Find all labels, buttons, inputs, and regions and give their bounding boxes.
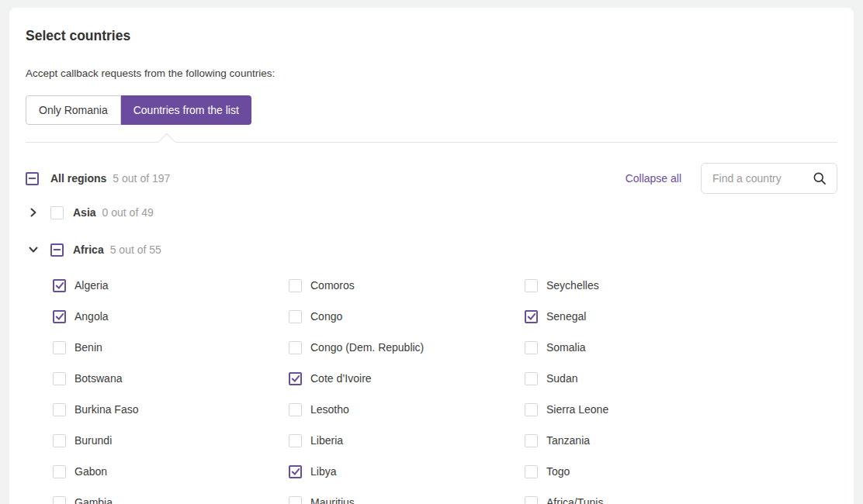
country-label: Seychelles <box>546 279 599 292</box>
country-row[interactable]: Cote d’Ivoire <box>289 363 525 394</box>
country-row[interactable]: Congo <box>289 301 525 332</box>
country-column: AlgeriaAngolaBeninBotswanaBurkina FasoBu… <box>53 270 289 504</box>
divider <box>26 142 837 143</box>
checkbox-checked[interactable] <box>525 310 538 323</box>
country-row[interactable]: Burkina Faso <box>53 394 289 425</box>
search-icon[interactable] <box>812 171 827 186</box>
country-label: Libya <box>310 465 336 478</box>
country-label: Sudan <box>546 372 577 385</box>
country-row[interactable]: Somalia <box>525 332 761 363</box>
checkbox-unchecked[interactable] <box>525 465 538 478</box>
checkbox-unchecked[interactable] <box>525 434 538 447</box>
checkbox-unchecked[interactable] <box>525 372 538 385</box>
country-label: Angola <box>75 310 109 323</box>
country-row[interactable]: Liberia <box>289 425 525 456</box>
all-regions-checkbox-indeterminate[interactable] <box>26 172 39 185</box>
country-label: Burkina Faso <box>75 403 138 416</box>
checkbox-checked[interactable] <box>53 279 66 292</box>
page-title: Select countries <box>26 8 837 44</box>
select-countries-card: Select countries Accept callback request… <box>9 8 854 504</box>
region-count: 0 out of 49 <box>102 206 154 219</box>
country-row[interactable]: Comoros <box>289 270 525 301</box>
description-text: Accept callback requests from the follow… <box>26 67 837 79</box>
country-row[interactable]: Sudan <box>525 363 761 394</box>
country-row[interactable]: Togo <box>525 456 761 487</box>
country-row[interactable]: Seychelles <box>525 270 761 301</box>
asia-checkbox-unchecked[interactable] <box>50 206 64 219</box>
country-row[interactable]: Africa/Tunis <box>525 487 761 504</box>
checkbox-checked[interactable] <box>289 465 302 478</box>
country-row[interactable]: Sierra Leone <box>525 394 761 425</box>
country-search-box[interactable] <box>701 163 837 194</box>
controls-row: All regions 5 out of 197 Collapse all <box>26 163 837 194</box>
checkbox-checked[interactable] <box>53 310 66 323</box>
all-regions-count: 5 out of 197 <box>113 172 170 185</box>
country-column: SeychellesSenegalSomaliaSudanSierra Leon… <box>525 270 761 504</box>
region-count: 5 out of 55 <box>110 243 161 256</box>
country-label: Somalia <box>546 341 586 354</box>
search-input[interactable] <box>711 171 812 185</box>
country-label: Mauritius <box>310 496 355 504</box>
chevron-right-icon[interactable] <box>26 206 44 219</box>
checkbox-unchecked[interactable] <box>289 496 302 504</box>
country-label: Lesotho <box>310 403 349 416</box>
country-label: Gambia <box>75 496 113 504</box>
country-row[interactable]: Angola <box>53 301 289 332</box>
checkbox-unchecked[interactable] <box>525 341 538 354</box>
region-name: Asia <box>73 206 96 219</box>
checkbox-checked[interactable] <box>289 372 302 385</box>
africa-checkbox-indeterminate[interactable] <box>50 243 64 257</box>
divider-notch <box>158 133 176 151</box>
country-label: Tanzania <box>546 434 590 447</box>
checkbox-unchecked[interactable] <box>53 341 66 354</box>
checkbox-unchecked[interactable] <box>289 341 302 354</box>
countries-from-list-button[interactable]: Countries from the list <box>121 95 251 125</box>
country-label: Comoros <box>310 279 355 292</box>
country-label: Botswana <box>75 372 122 385</box>
country-label: Gabon <box>75 465 107 478</box>
checkbox-unchecked[interactable] <box>289 310 302 323</box>
country-column: ComorosCongoCongo (Dem. Republic)Cote d’… <box>289 270 525 504</box>
country-label: Congo <box>310 310 342 323</box>
country-row[interactable]: Mauritius <box>289 487 525 504</box>
country-row[interactable]: Libya <box>289 456 525 487</box>
region-row-asia: Asia 0 out of 49 <box>26 194 837 231</box>
country-label: Liberia <box>310 434 343 447</box>
country-label: Togo <box>546 465 570 478</box>
chevron-down-icon[interactable] <box>26 243 44 256</box>
checkbox-unchecked[interactable] <box>525 403 538 416</box>
collapse-all-link[interactable]: Collapse all <box>626 172 681 185</box>
checkbox-unchecked[interactable] <box>289 279 302 292</box>
country-label: Cote d’Ivoire <box>310 372 372 385</box>
country-row[interactable]: Gambia <box>53 487 289 504</box>
country-row[interactable]: Tanzania <box>525 425 761 456</box>
country-mode-toggle: Only Romania Countries from the list <box>26 95 837 125</box>
country-label: Sierra Leone <box>546 403 608 416</box>
country-label: Senegal <box>546 310 586 323</box>
checkbox-unchecked[interactable] <box>289 434 302 447</box>
checkbox-unchecked[interactable] <box>53 496 66 504</box>
country-label: Africa/Tunis <box>546 496 603 504</box>
country-grid: AlgeriaAngolaBeninBotswanaBurkina FasoBu… <box>53 270 837 504</box>
country-row[interactable]: Senegal <box>525 301 761 332</box>
country-row[interactable]: Burundi <box>53 425 289 456</box>
region-name: Africa <box>73 243 104 256</box>
country-row[interactable]: Algeria <box>53 270 289 301</box>
region-row-africa: Africa 5 out of 55 <box>26 231 837 268</box>
checkbox-unchecked[interactable] <box>525 496 538 504</box>
checkbox-unchecked[interactable] <box>53 465 66 478</box>
checkbox-unchecked[interactable] <box>289 403 302 416</box>
checkbox-unchecked[interactable] <box>53 403 66 416</box>
checkbox-unchecked[interactable] <box>53 372 66 385</box>
country-row[interactable]: Gabon <box>53 456 289 487</box>
country-row[interactable]: Benin <box>53 332 289 363</box>
checkbox-unchecked[interactable] <box>53 434 66 447</box>
all-regions-row: All regions 5 out of 197 <box>26 172 170 185</box>
checkbox-unchecked[interactable] <box>525 279 538 292</box>
all-regions-label: All regions <box>50 172 106 185</box>
country-row[interactable]: Botswana <box>53 363 289 394</box>
country-row[interactable]: Congo (Dem. Republic) <box>289 332 525 363</box>
only-romania-button[interactable]: Only Romania <box>26 95 121 125</box>
country-row[interactable]: Lesotho <box>289 394 525 425</box>
country-label: Congo (Dem. Republic) <box>310 341 424 354</box>
